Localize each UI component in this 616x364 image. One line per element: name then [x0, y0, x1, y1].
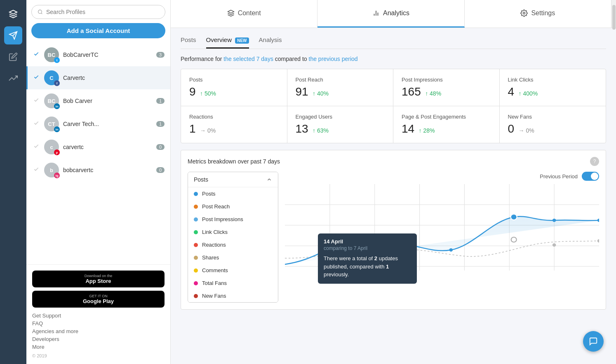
profile-item[interactable]: c p carvertc 0 — [26, 135, 170, 159]
main-content: Content Analytics Settings Posts Overvie… — [171, 0, 616, 364]
metrics-left: Posts Posts Post Reach — [188, 172, 278, 303]
chat-button[interactable] — [583, 331, 604, 352]
data-point[interactable] — [597, 219, 599, 222]
stat-page-post-engagements: Page & Post Engagements 14 ↑ 28% — [393, 106, 500, 143]
stat-value: 13 — [296, 122, 308, 135]
dropdown-item-label: Post Impressions — [202, 216, 243, 222]
data-point[interactable] — [449, 248, 453, 252]
stat-value: 1 — [189, 122, 196, 135]
tab-analysis[interactable]: Analysis — [259, 36, 282, 49]
check-icon — [33, 97, 41, 105]
dropdown-item-reactions[interactable]: Reactions — [188, 238, 278, 251]
stat-label: Reactions — [189, 114, 279, 120]
dropdown-item-post-impressions[interactable]: Post Impressions — [188, 213, 278, 226]
avatar: CT in — [44, 117, 59, 131]
prev-data-point[interactable] — [553, 243, 556, 247]
profile-item[interactable]: BC in Bob Carver 1 — [26, 89, 170, 112]
stat-change: ↑ 28% — [419, 127, 435, 134]
icon-bar — [0, 0, 26, 364]
stat-label: Post Impressions — [402, 77, 491, 83]
prev-data-point[interactable] — [597, 239, 599, 243]
pinterest-badge: p — [54, 149, 60, 155]
profile-item[interactable]: BC t BobCarverTC 3 — [26, 43, 170, 66]
profile-item[interactable]: b ig bobcarvertc 0 — [26, 159, 170, 182]
notification-badge: 0 — [156, 144, 165, 150]
tab-analytics[interactable]: Analytics — [317, 0, 464, 28]
dropdown-item-new-fans[interactable]: New Fans — [188, 289, 278, 302]
stat-label: Posts — [189, 77, 279, 83]
dropdown-item-post-reach[interactable]: Post Reach — [188, 200, 278, 213]
trend-icon[interactable] — [4, 69, 22, 87]
data-point-active[interactable] — [511, 214, 517, 220]
prev-data-point[interactable] — [511, 237, 517, 242]
stat-value: 0 — [508, 122, 515, 135]
settings-label: Settings — [531, 9, 555, 17]
content-label: Content — [238, 9, 261, 17]
layers-icon[interactable] — [4, 5, 22, 23]
check-icon — [33, 166, 41, 174]
avatar: BC t — [44, 47, 59, 62]
stat-value: 9 — [189, 85, 196, 98]
metrics-header: Metrics breakdown over past 7 days ? — [188, 157, 599, 166]
dropdown-item-shares[interactable]: Shares — [188, 251, 278, 264]
stat-change: → 0% — [200, 127, 216, 134]
profile-name: Carver Tech... — [63, 121, 156, 127]
app-store-button[interactable]: Download on the App Store — [32, 271, 165, 287]
edit-icon[interactable] — [4, 48, 22, 66]
agencies-link[interactable]: Agencies and more — [32, 328, 165, 334]
notification-badge: 3 — [156, 52, 165, 58]
stat-change: ↑ 50% — [200, 90, 216, 97]
svg-line-4 — [41, 13, 42, 14]
more-link[interactable]: More — [32, 344, 165, 350]
tab-settings[interactable]: Settings — [465, 0, 611, 28]
profile-name: Carvertc — [63, 75, 165, 81]
get-support-link[interactable]: Get Support — [32, 313, 165, 319]
google-play-button[interactable]: GET IT ON Google Play — [32, 291, 165, 308]
avatar: c p — [44, 140, 59, 154]
sidebar: Add a Social Account BC t BobCarverTC 3 … — [26, 0, 171, 364]
profile-item[interactable]: CT in Carver Tech... 1 — [26, 112, 170, 135]
chart-area: 14 April comparing to 7 April There were… — [285, 184, 599, 291]
search-box[interactable] — [31, 5, 165, 19]
svg-marker-0 — [9, 10, 17, 14]
stat-value: 91 — [296, 85, 308, 98]
dropdown-item-total-fans[interactable]: Total Fans — [188, 277, 278, 289]
tab-content[interactable]: Content — [171, 0, 317, 28]
stat-value: 4 — [508, 85, 515, 98]
dropdown-item-label: Comments — [202, 267, 228, 273]
svg-point-9 — [523, 12, 525, 14]
profile-item[interactable]: C f Carvertc — [26, 66, 170, 89]
dropdown-item-label: Link Clicks — [202, 229, 228, 235]
search-icon — [38, 9, 43, 15]
scrollbar-thumb[interactable] — [612, 5, 616, 30]
developers-link[interactable]: Developers — [32, 336, 165, 342]
previous-period-toggle[interactable] — [582, 172, 599, 181]
add-social-account-button[interactable]: Add a Social Account — [31, 23, 165, 38]
metrics-title: Metrics breakdown over past 7 days — [188, 158, 280, 165]
stat-change: ↑ 63% — [313, 127, 329, 134]
dropdown-body: Posts Post Reach Post Impressions — [188, 187, 278, 302]
linkedin-badge: in — [54, 126, 60, 132]
tab-posts[interactable]: Posts — [181, 36, 196, 49]
scrollbar-track[interactable] — [611, 0, 616, 28]
sidebar-bottom: Download on the App Store GET IT ON Goog… — [26, 264, 170, 364]
dropdown-item-posts[interactable]: Posts — [188, 187, 278, 200]
dropdown-item-comments[interactable]: Comments — [188, 264, 278, 277]
dropdown-item-link-clicks[interactable]: Link Clicks — [188, 226, 278, 238]
dropdown-item-label: Posts — [202, 191, 216, 197]
tab-overview[interactable]: Overview NEW — [206, 36, 249, 49]
search-input[interactable] — [46, 9, 159, 15]
send-icon[interactable] — [4, 26, 22, 44]
data-point[interactable] — [553, 219, 556, 222]
dropdown-header[interactable]: Posts — [188, 172, 278, 187]
notification-badge: 1 — [156, 121, 165, 127]
previous-period-row: Previous Period — [285, 172, 599, 181]
faq-link[interactable]: FAQ — [32, 320, 165, 327]
dot — [194, 268, 198, 273]
dropdown-item-label: Post Reach — [202, 203, 230, 210]
stat-label: Post Reach — [296, 77, 385, 83]
help-icon[interactable]: ? — [590, 157, 599, 166]
copyright: © 2019 — [32, 353, 165, 358]
tooltip-date: 14 April — [324, 238, 411, 245]
profile-name: BobCarverTC — [63, 51, 156, 58]
